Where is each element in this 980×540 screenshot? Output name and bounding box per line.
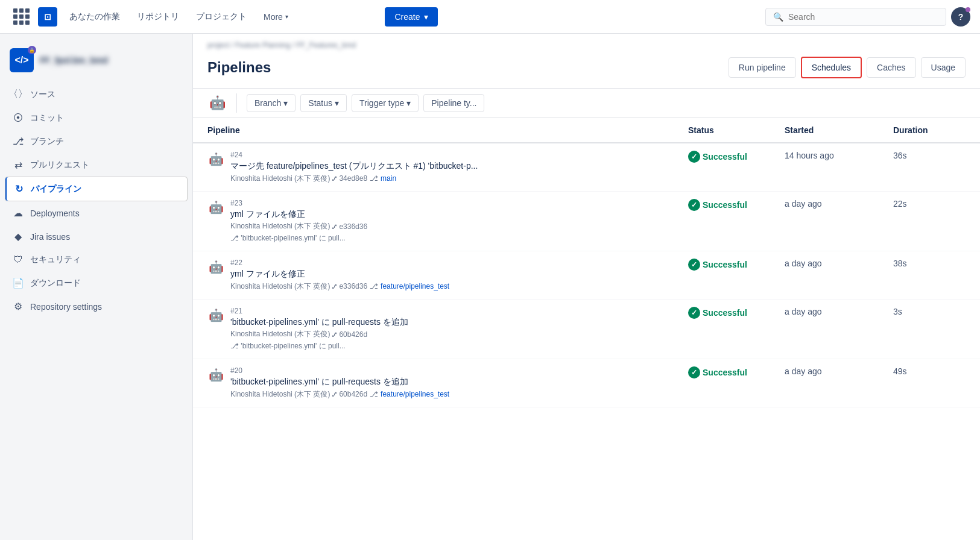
table-row[interactable]: 🤖 #20 'bitbucket-pipelines.yml' に pull-r…	[193, 359, 980, 407]
pipeline-meta: Kinoshita Hidetoshi (木下 英俊) ⑇ 60b426d ⎇ …	[230, 389, 688, 400]
branches-icon: ⎇	[12, 136, 24, 147]
pipeline-info: 🤖 #22 yml ファイルを修正 Kinoshita Hidetoshi (木…	[207, 259, 688, 292]
pipeline-details: #20 'bitbucket-pipelines.yml' に pull-req…	[230, 366, 688, 400]
app-switcher-button[interactable]	[10, 5, 33, 28]
sidebar-item-source[interactable]: 〈〉 ソース	[5, 82, 188, 107]
filter-row: 🤖 Branch ▾ Status ▾ Trigger type ▾ Pipel…	[193, 88, 980, 118]
col-duration: Duration	[893, 125, 966, 135]
avatar: 🤖	[207, 259, 224, 275]
sidebar-nav: 〈〉 ソース ⦿ コミット ⎇ ブランチ ⇄ プルリクエスト ↻ パイプライン …	[0, 82, 192, 318]
status-badge: ✓ Successful	[688, 151, 785, 163]
sidebar-item-settings[interactable]: ⚙ Repository settings	[5, 295, 188, 318]
schedules-button[interactable]: Schedules	[801, 57, 862, 78]
repo-logo: </> 🔒	[10, 48, 34, 72]
pipeline-name[interactable]: 'bitbucket-pipelines.yml' に pull-request…	[230, 376, 688, 388]
avatar: 🤖	[207, 307, 224, 324]
trigger-type-label: Trigger type	[359, 98, 404, 108]
table-row[interactable]: 🤖 #22 yml ファイルを修正 Kinoshita Hidetoshi (木…	[193, 251, 980, 300]
status-filter-dropdown[interactable]: Status ▾	[300, 94, 347, 112]
started-time: a day ago	[785, 259, 893, 268]
nav-projects[interactable]: プロジェクト	[189, 7, 254, 27]
started-time: a day ago	[785, 366, 893, 376]
started-time: a day ago	[785, 307, 893, 316]
pipelines-icon: ↻	[13, 183, 25, 195]
sidebar-item-security[interactable]: 🛡 セキュリティ	[5, 248, 188, 271]
chevron-down-icon: ▾	[424, 12, 428, 22]
pipeline-number: #23	[230, 199, 688, 207]
run-pipeline-button[interactable]: Run pipeline	[729, 57, 796, 78]
pipeline-meta: Kinoshita Hidetoshi (木下 英俊) ⑇ e336d36	[230, 221, 688, 231]
chevron-down-icon: ▾	[285, 13, 288, 20]
pipeline-name[interactable]: 'bitbucket-pipelines.yml' に pull-request…	[230, 316, 688, 328]
help-button[interactable]: ?	[951, 7, 970, 27]
sidebar-item-pipelines[interactable]: ↻ パイプライン	[5, 177, 188, 201]
status-badge: ✓ Successful	[688, 307, 785, 319]
pipeline-number: #20	[230, 366, 688, 375]
pipeline-name[interactable]: yml ファイルを修正	[230, 268, 688, 280]
table-row[interactable]: 🤖 #24 マージ先 feature/pipelines_test (プルリクエ…	[193, 143, 980, 192]
security-icon: 🛡	[12, 254, 24, 265]
branch-filter-dropdown[interactable]: Branch ▾	[247, 94, 296, 112]
sidebar-header: </> 🔒 FF_fpol.bm_bmd	[0, 43, 192, 82]
table-row[interactable]: 🤖 #23 yml ファイルを修正 Kinoshita Hidetoshi (木…	[193, 192, 980, 252]
sidebar-item-jira[interactable]: ◆ Jira issues	[5, 225, 188, 248]
pipeline-info: 🤖 #20 'bitbucket-pipelines.yml' に pull-r…	[207, 366, 688, 400]
col-pipeline: Pipeline	[207, 125, 688, 135]
pipeline-meta: Kinoshita Hidetoshi (木下 英俊) ⑇ 60b426d	[230, 329, 688, 339]
main-content: project / Feature Planning / FF_Features…	[193, 34, 980, 540]
status-filter-label: Status	[308, 98, 332, 108]
caches-button[interactable]: Caches	[867, 57, 915, 78]
success-icon: ✓	[688, 259, 700, 271]
atlassian-logo[interactable]: ⊡	[38, 7, 57, 27]
search-box[interactable]: 🔍	[765, 8, 946, 26]
usage-button[interactable]: Usage	[921, 57, 966, 78]
pipeline-name[interactable]: yml ファイルを修正	[230, 209, 688, 221]
settings-icon: ⚙	[12, 301, 24, 312]
duration-value: 49s	[893, 366, 966, 376]
trigger-type-filter-dropdown[interactable]: Trigger type ▾	[352, 94, 419, 112]
status-badge: ✓ Successful	[688, 259, 785, 271]
code-icon: 〈〉	[12, 88, 24, 101]
notification-dot	[966, 7, 970, 12]
duration-value: 22s	[893, 199, 966, 209]
branch-link[interactable]: main	[381, 174, 396, 183]
status-badge: ✓ Successful	[688, 199, 785, 211]
page-header: Pipelines Run pipeline Schedules Caches …	[193, 52, 980, 88]
nav-your-work[interactable]: あなたの作業	[62, 7, 127, 27]
pipeline-type-filter-dropdown[interactable]: Pipeline ty...	[423, 94, 484, 112]
nav-repositories[interactable]: リポジトリ	[130, 7, 186, 27]
pipeline-details: #23 yml ファイルを修正 Kinoshita Hidetoshi (木下 …	[230, 199, 688, 244]
search-input[interactable]	[788, 12, 938, 22]
success-icon: ✓	[688, 199, 700, 211]
sidebar-item-deployments[interactable]: ☁ Deployments	[5, 201, 188, 225]
table-row[interactable]: 🤖 #21 'bitbucket-pipelines.yml' に pull-r…	[193, 300, 980, 360]
pipeline-info: 🤖 #21 'bitbucket-pipelines.yml' に pull-r…	[207, 307, 688, 352]
create-button[interactable]: Create ▾	[385, 7, 437, 27]
jira-icon: ◆	[12, 231, 24, 242]
sidebar-item-download[interactable]: 📄 ダウンロード	[5, 271, 188, 295]
branch-filter-label: Branch	[254, 98, 281, 108]
avatar: 🤖	[207, 366, 224, 383]
commits-icon: ⦿	[12, 113, 24, 124]
download-icon: 📄	[12, 277, 24, 289]
sidebar-item-pullrequests[interactable]: ⇄ プルリクエスト	[5, 153, 188, 177]
pipeline-name[interactable]: マージ先 feature/pipelines_test (プルリクエスト #1)…	[230, 160, 688, 172]
success-icon: ✓	[688, 151, 700, 163]
status-badge: ✓ Successful	[688, 366, 785, 378]
chevron-down-icon: ▾	[335, 98, 339, 108]
avatar: 🤖	[207, 199, 224, 216]
branch-link[interactable]: feature/pipelines_test	[381, 282, 449, 290]
pipeline-info: 🤖 #23 yml ファイルを修正 Kinoshita Hidetoshi (木…	[207, 199, 688, 244]
nav-links: あなたの作業 リポジトリ プロジェクト More ▾	[62, 7, 380, 27]
duration-value: 36s	[893, 151, 966, 160]
branch-link[interactable]: feature/pipelines_test	[381, 390, 449, 398]
sidebar-item-branches[interactable]: ⎇ ブランチ	[5, 130, 188, 153]
pipeline-meta: Kinoshita Hidetoshi (木下 英俊) ⑇ 34ed8e8 ⎇ …	[230, 174, 688, 184]
nav-more[interactable]: More ▾	[256, 7, 296, 27]
top-nav: ⊡ あなたの作業 リポジトリ プロジェクト More ▾ Create ▾ 🔍 …	[0, 0, 980, 34]
breadcrumb: project / Feature Planning / FF_Features…	[193, 34, 980, 52]
avatar: 🤖	[207, 151, 224, 168]
duration-value: 3s	[893, 307, 966, 316]
sidebar-item-commits[interactable]: ⦿ コミット	[5, 107, 188, 130]
pipeline-info: 🤖 #24 マージ先 feature/pipelines_test (プルリクエ…	[207, 151, 688, 184]
